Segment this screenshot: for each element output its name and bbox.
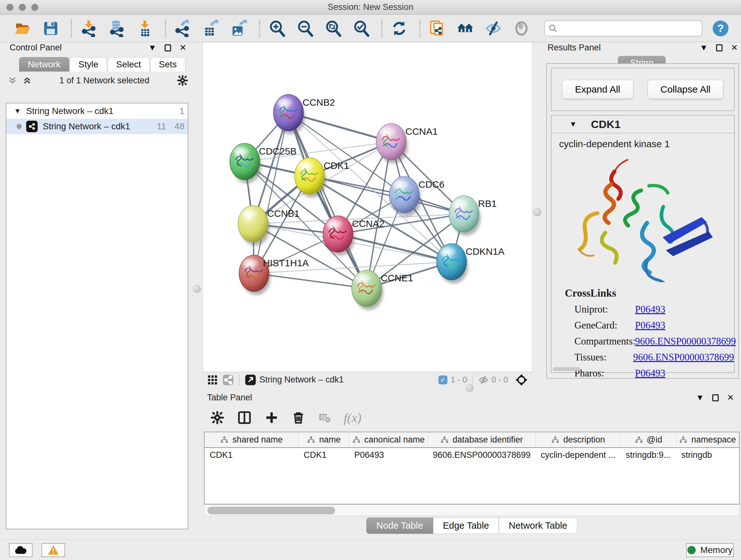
search-input[interactable] xyxy=(557,23,702,34)
table-cell[interactable]: stringdb xyxy=(676,448,739,462)
birds-eye-icon[interactable] xyxy=(515,374,528,386)
close-panel-icon[interactable]: ✕ xyxy=(179,43,186,53)
crosslink-value-link[interactable]: 9606.ENSP00000378699 xyxy=(635,335,736,347)
left-splitter-handle[interactable] xyxy=(193,285,201,293)
table-cell[interactable]: cyclin-dependent ... xyxy=(536,448,620,462)
network-node-CCNB2[interactable]: CCNB2 xyxy=(273,95,335,134)
network-edge[interactable] xyxy=(254,273,367,288)
float-panel-icon[interactable]: ▼ xyxy=(699,43,708,53)
column-header-shared-name[interactable]: shared name xyxy=(205,432,298,448)
right-splitter-handle[interactable] xyxy=(533,208,542,216)
crosslink-label: Uniprot: xyxy=(575,304,635,315)
tab-edge-table[interactable]: Edge Table xyxy=(433,517,499,534)
column-header-namespace[interactable]: namespace xyxy=(676,432,739,448)
grid-view-icon[interactable] xyxy=(207,374,218,385)
network-canvas-container[interactable]: CCNB2CCNA1CDC25BCDK1CDC6RB1CCNB1CCNA2CDK… xyxy=(203,42,532,372)
cloud-button[interactable] xyxy=(9,543,32,557)
table-cell[interactable]: CDK1 xyxy=(205,448,298,462)
crosslink-value-link[interactable]: P06493 xyxy=(635,320,665,331)
gene-collapse-icon[interactable]: ▼ xyxy=(569,120,577,129)
float-panel-icon[interactable]: ▼ xyxy=(696,393,704,402)
table-settings-gear-icon[interactable] xyxy=(210,411,224,425)
help-button[interactable]: ? xyxy=(711,18,731,38)
node-label-CCNA1: CCNA1 xyxy=(405,126,438,137)
save-session-button[interactable] xyxy=(41,18,61,38)
column-header-canonical-name[interactable]: canonical name xyxy=(349,432,428,448)
network-share-icon[interactable] xyxy=(222,374,234,386)
results-hscroll-thumb[interactable] xyxy=(553,367,580,371)
network-node-CDKN1A[interactable]: CDKN1A xyxy=(436,244,504,284)
network-node-CCNE1[interactable]: CCNE1 xyxy=(352,270,413,310)
column-header-description[interactable]: description xyxy=(536,432,620,448)
tab-select[interactable]: Select xyxy=(108,57,150,71)
column-header--id[interactable]: @id xyxy=(621,432,676,448)
add-column-icon[interactable] xyxy=(265,411,279,425)
gear-icon[interactable] xyxy=(177,75,188,86)
crosslink-value-link[interactable]: P06493 xyxy=(635,304,665,315)
export-table-button[interactable] xyxy=(201,18,221,38)
search-box[interactable] xyxy=(544,20,702,37)
table-cell[interactable]: 9606.ENSP00000378699 xyxy=(428,448,536,462)
clone-network-button[interactable] xyxy=(427,18,447,38)
expand-all-button[interactable]: Expand All xyxy=(562,80,633,99)
zoom-fit-button[interactable] xyxy=(323,18,343,38)
zoom-in-button[interactable] xyxy=(267,18,287,38)
zoom-selected-button[interactable] xyxy=(351,18,371,38)
float-panel-icon[interactable]: ▼ xyxy=(148,43,156,53)
delete-column-icon[interactable] xyxy=(291,411,306,425)
table-row[interactable]: CDK1CDK1P064939606.ENSP00000378699cyclin… xyxy=(205,448,739,462)
collapse-all-icon[interactable] xyxy=(8,76,17,85)
crosslink-value-link[interactable]: 9606.ENSP00000378699 xyxy=(633,352,734,363)
export-network-button[interactable] xyxy=(173,18,193,38)
import-table-file-button[interactable] xyxy=(135,18,155,38)
table-cell[interactable]: stringdb:9... xyxy=(621,448,676,462)
table-hscrollbar[interactable] xyxy=(204,505,740,516)
tab-network-table[interactable]: Network Table xyxy=(499,517,577,534)
warnings-button[interactable] xyxy=(42,543,65,557)
collection-expand-icon[interactable]: ▼ xyxy=(14,107,21,115)
import-network-database-button[interactable] xyxy=(107,18,127,38)
maximize-panel-icon[interactable] xyxy=(165,44,171,51)
table-toolbar: f(x) xyxy=(210,408,741,428)
detach-view-icon[interactable] xyxy=(245,374,256,386)
zoom-out-button[interactable] xyxy=(295,18,315,38)
open-session-button[interactable] xyxy=(13,18,32,38)
table-hscroll-thumb[interactable] xyxy=(207,507,335,514)
tab-style[interactable]: Style xyxy=(70,57,107,71)
refresh-view-button[interactable] xyxy=(389,18,409,38)
selected-checkbox-icon[interactable]: ✓ xyxy=(439,375,448,384)
hide-selected-button[interactable] xyxy=(483,18,503,38)
node-table[interactable]: shared namenamecanonical namedatabase id… xyxy=(204,432,740,504)
network-edge[interactable] xyxy=(254,113,288,273)
import-network-file-button[interactable] xyxy=(79,18,98,38)
show-columns-icon[interactable] xyxy=(237,410,252,425)
network-canvas[interactable]: CCNB2CCNA1CDC25BCDK1CDC6RB1CCNB1CCNA2CDK… xyxy=(203,43,532,372)
network-node-HIST1H1A[interactable]: HIST1H1A xyxy=(239,255,309,295)
maximize-panel-icon[interactable] xyxy=(716,44,723,51)
expand-all-icon[interactable] xyxy=(22,76,32,85)
crosslink-value-link[interactable]: P06493 xyxy=(635,368,665,379)
close-panel-icon[interactable]: ✕ xyxy=(727,393,734,402)
maximize-panel-icon[interactable] xyxy=(712,394,719,401)
function-builder-icon-disabled: f(x) xyxy=(344,410,361,425)
network-node-CDC6[interactable]: CDC6 xyxy=(389,177,445,216)
close-panel-icon[interactable]: ✕ xyxy=(731,43,738,53)
table-cell[interactable]: P06493 xyxy=(349,448,428,462)
network-collection-row[interactable]: ▼ String Network – cdk1 1 xyxy=(6,104,188,119)
network-row[interactable]: String Network – cdk1 11 48 xyxy=(6,119,188,134)
tab-network[interactable]: Network xyxy=(19,57,69,71)
tab-node-table[interactable]: Node Table xyxy=(366,517,433,534)
network-node-CDK1[interactable]: CDK1 xyxy=(294,158,349,198)
table-cell[interactable]: CDK1 xyxy=(298,448,349,462)
column-header-database-identifier[interactable]: database identifier xyxy=(428,432,536,448)
column-header-name[interactable]: name xyxy=(298,432,349,448)
collapse-all-button[interactable]: Collapse All xyxy=(648,80,724,99)
tab-sets[interactable]: Sets xyxy=(150,57,185,71)
network-node-CDC25B[interactable]: CDC25B xyxy=(230,143,296,183)
network-node-RB1[interactable]: RB1 xyxy=(449,196,496,236)
memory-button[interactable]: Memory xyxy=(686,543,734,557)
export-image-button[interactable] xyxy=(229,18,249,38)
network-node-CCNB1[interactable]: CCNB1 xyxy=(238,206,300,246)
show-all-button[interactable] xyxy=(512,18,531,38)
first-neighbors-button[interactable] xyxy=(455,18,475,38)
